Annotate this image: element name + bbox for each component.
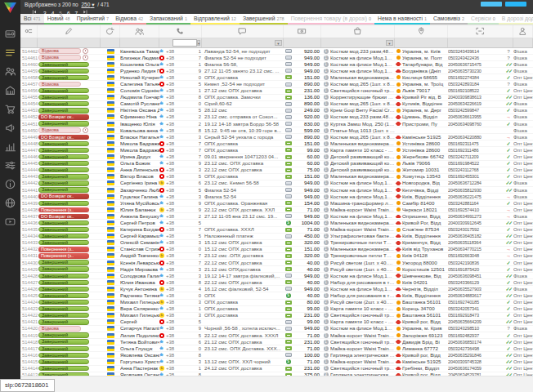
tracking-number[interactable]: 0503242599847	[448, 107, 504, 114]
page-number[interactable]: 3	[43, 11, 47, 16]
phone-cell[interactable]: +38	[159, 180, 194, 186]
tracking-number[interactable]: 0503242190836	[448, 260, 504, 266]
phone-cell[interactable]: +38	[159, 365, 194, 372]
page-first-icon[interactable]	[32, 10, 38, 16]
phone-cell[interactable]: +38	[159, 286, 194, 292]
tracking-number[interactable]: 20450635118364	[448, 239, 504, 246]
phone-cell[interactable]: +38	[159, 266, 194, 273]
chart-icon[interactable]	[0, 137, 20, 156]
column-header-money-icon[interactable]	[284, 25, 321, 38]
phone-cell[interactable]: +38	[159, 318, 194, 325]
phone-cell[interactable]: +38	[159, 207, 194, 213]
phone-cell[interactable]: +38	[159, 48, 194, 55]
column-header-comment-icon[interactable]	[202, 25, 284, 38]
phone-cell[interactable]: +38	[159, 233, 194, 239]
tracking-number[interactable]: 20450636613955	[448, 114, 504, 120]
tracking-number[interactable]: 20450634098760	[448, 121, 504, 127]
phone-cell[interactable]: +38	[159, 107, 194, 114]
tracking-number[interactable]: 0501691875420	[448, 266, 504, 273]
phone-cell[interactable]: +38	[159, 312, 194, 318]
tracking-number[interactable]: 0501691984522	[448, 160, 504, 167]
tracking-number[interactable]: 20450634220880	[448, 134, 504, 140]
tracking-number[interactable]: 0501692311475	[448, 140, 504, 147]
tracking-number[interactable]: 0501692108522	[448, 87, 504, 94]
phone-cell[interactable]: +38	[159, 68, 194, 74]
video-icon[interactable]	[0, 212, 20, 231]
tracking-number[interactable]: 0503243366129	[448, 279, 504, 286]
tracking-number[interactable]: 20400309745328	[448, 359, 504, 365]
tracking-number[interactable]: 0503242881164	[448, 200, 504, 207]
column-header-order-id-icon[interactable]	[20, 25, 38, 38]
tracking-number[interactable]: 0503243298510	[448, 325, 504, 332]
page-number[interactable]: 4	[52, 11, 55, 16]
phone-cell[interactable]: +38	[159, 352, 194, 359]
phone-cell[interactable]: +38	[159, 127, 194, 134]
column-header-phone-icon[interactable]	[159, 25, 202, 38]
phone-cell[interactable]: +38	[159, 187, 194, 194]
tracking-number[interactable]: 0503243017592	[448, 226, 504, 233]
phone-cell[interactable]: +38	[159, 273, 194, 279]
phone-cell[interactable]: +38	[159, 299, 194, 305]
filter-dropdown-icon[interactable]: ▾	[197, 40, 200, 46]
phone-cell[interactable]: +38	[159, 147, 194, 154]
phone-cell[interactable]: +38	[159, 332, 194, 339]
phone-cell[interactable]: +38	[159, 173, 194, 180]
phone-cell[interactable]: +38	[159, 100, 194, 107]
phone-cell[interactable]: +38	[159, 359, 194, 365]
filter-dropdown-icon[interactable]: ▾	[386, 40, 393, 46]
sliders-icon[interactable]	[0, 156, 20, 175]
tracking-number[interactable]: 0501692663048	[448, 252, 504, 259]
phone-cell[interactable]: +38	[159, 305, 194, 312]
column-header-location-pin-icon[interactable]	[395, 25, 448, 38]
column-header-tracking-code-icon[interactable]	[448, 25, 513, 38]
tracking-number[interactable]: 20450635730230	[448, 68, 504, 74]
phone-cell[interactable]: +38	[159, 260, 194, 266]
phone-cell[interactable]: +38	[159, 81, 194, 87]
tracking-number[interactable]: 20450634770215	[448, 246, 504, 252]
tracking-number[interactable]: 0503243422436	[448, 55, 504, 61]
tracking-number[interactable]: 20450636850174	[448, 339, 504, 345]
tracking-number[interactable]: 0503243439614	[448, 48, 504, 55]
tracking-number[interactable]: 0501692274384	[448, 74, 504, 81]
phone-cell[interactable]: +38	[159, 292, 194, 299]
orders-list-icon[interactable]	[0, 43, 20, 62]
tracking-number[interactable]: 0503243112768	[448, 167, 504, 173]
tracking-number[interactable]: 20450636405182	[448, 233, 504, 239]
warehouse-icon[interactable]	[0, 81, 20, 100]
phone-cell[interactable]: +38	[159, 167, 194, 173]
tracking-number[interactable]: 20450636174059	[448, 365, 504, 372]
phone-cell[interactable]: +38	[159, 134, 194, 140]
tracking-number[interactable]: 20400309912645	[448, 220, 504, 226]
tracking-number[interactable]: 0501692918473	[448, 312, 504, 318]
phone-cell[interactable]: +38	[159, 61, 194, 68]
tracking-number[interactable]: 0501692455301	[448, 173, 504, 180]
tracking-number[interactable]: 0501692574410	[448, 207, 504, 213]
phone-cell[interactable]: +38	[159, 226, 194, 233]
tracking-number[interactable]: 20450636715475	[448, 61, 504, 68]
phone-cell[interactable]: +38	[159, 140, 194, 147]
page-number[interactable]: 7	[75, 11, 78, 16]
column-header-customers-icon[interactable]	[120, 25, 159, 38]
tracking-number[interactable]: 0501692740185	[448, 299, 504, 305]
tracking-number[interactable]: 0501692311486	[448, 147, 504, 154]
phone-cell[interactable]: +38	[159, 154, 194, 160]
phone-cell[interactable]: +38	[159, 55, 194, 61]
globe-icon[interactable]	[0, 194, 20, 212]
tracking-number[interactable]: 20400309838613	[448, 94, 504, 100]
megaphone-icon[interactable]	[0, 118, 20, 137]
phone-cell[interactable]: +38	[159, 279, 194, 286]
phone-cell[interactable]: +38	[159, 246, 194, 252]
tracking-number[interactable]: 20450634226619	[448, 100, 504, 107]
phone-cell[interactable]: +38	[159, 252, 194, 259]
phone-cell[interactable]: +38	[159, 114, 194, 120]
per-page-dropdown[interactable]: 250 ▾	[82, 2, 95, 7]
tracking-number[interactable]: 20450634991273	[448, 213, 504, 220]
tracking-number[interactable]: 20450636712284	[448, 180, 504, 186]
tracking-number[interactable]: 20450636098451	[448, 273, 504, 279]
phone-cell[interactable]: +38	[159, 213, 194, 220]
clients-icon[interactable]	[0, 62, 20, 81]
page-number[interactable]: 5	[59, 11, 62, 16]
column-header-refresh-icon[interactable]	[101, 25, 120, 38]
phone-cell[interactable]: +38	[159, 160, 194, 167]
phone-cell[interactable]: +38	[159, 194, 194, 200]
